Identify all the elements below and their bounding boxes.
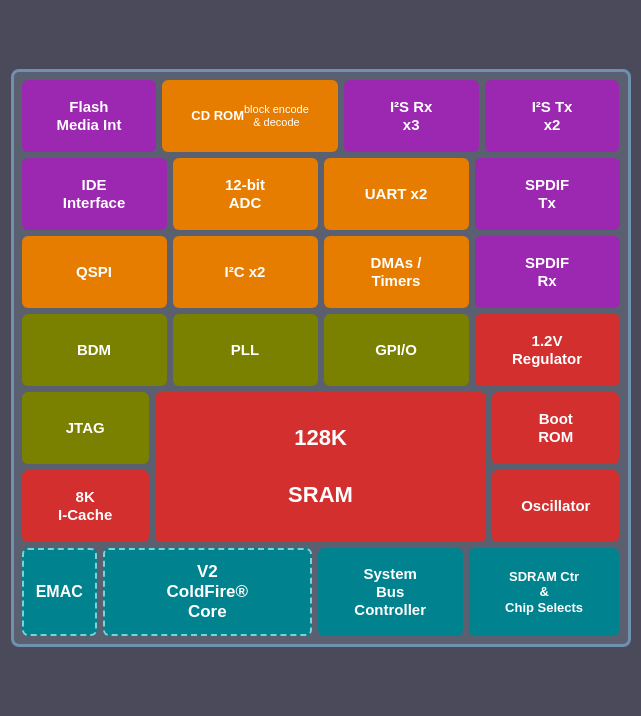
sdram-block: SDRAM Ctr&Chip Selects (469, 548, 620, 636)
emac-block: EMAC (22, 548, 97, 636)
chip-diagram: FlashMedia Int CD ROMblock encode& decod… (11, 69, 631, 647)
dmas-block: DMAs /Timers (324, 236, 469, 308)
icache-block: 8KI-Cache (22, 470, 149, 542)
jtag-block: JTAG (22, 392, 149, 464)
i2c-block: I²C x2 (173, 236, 318, 308)
spdif-rx-block: SPDIFRx (475, 236, 620, 308)
adc-block: 12-bitADC (173, 158, 318, 230)
cd-rom-block: CD ROMblock encode& decode (162, 80, 337, 152)
coldfire-block: V2ColdFire®Core (103, 548, 312, 636)
i2s-rx-block: I²S Rxx3 (344, 80, 479, 152)
ide-interface-block: IDEInterface (22, 158, 167, 230)
bdm-block: BDM (22, 314, 167, 386)
qspi-block: QSPI (22, 236, 167, 308)
pll-block: PLL (173, 314, 318, 386)
regulator-block: 1.2VRegulator (475, 314, 620, 386)
flash-media-block: FlashMedia Int (22, 80, 157, 152)
spdif-tx-block: SPDIFTx (475, 158, 620, 230)
boot-rom-block: BootROM (492, 392, 619, 464)
sram-block: 128KSRAM (155, 392, 486, 542)
gpio-block: GPI/O (324, 314, 469, 386)
i2s-tx-block: I²S Txx2 (485, 80, 620, 152)
system-bus-block: SystemBusController (318, 548, 463, 636)
oscillator-block: Oscillator (492, 470, 619, 542)
uart-block: UART x2 (324, 158, 469, 230)
